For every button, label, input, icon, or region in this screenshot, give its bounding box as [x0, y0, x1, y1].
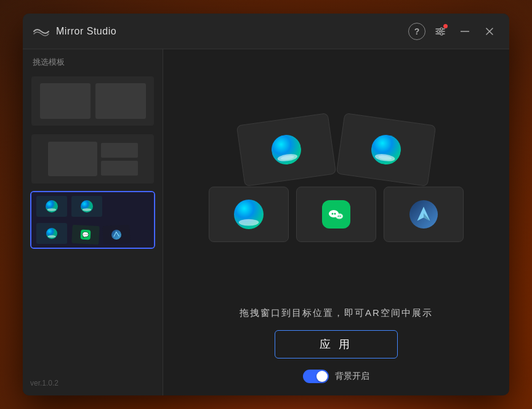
- toggle-container: 背景开启: [303, 370, 369, 383]
- toggle-label: 背景开启: [335, 371, 369, 382]
- windows-area: [175, 62, 497, 299]
- title-bar-left: Mirror Studio: [33, 23, 408, 40]
- svg-point-10: [47, 208, 57, 211]
- thumb-panel: [40, 83, 91, 119]
- mini-win-2: [71, 196, 102, 217]
- close-button[interactable]: [480, 22, 499, 41]
- template-item-1[interactable]: [30, 75, 155, 127]
- template-thumb-1: [31, 76, 154, 126]
- window-row-1: [240, 119, 432, 180]
- help-button[interactable]: ?: [408, 23, 425, 40]
- thumb-right-stack: [101, 143, 138, 176]
- svg-point-12: [83, 208, 92, 211]
- svg-point-23: [239, 219, 259, 225]
- thumb-panel: [95, 83, 146, 119]
- version-label: ver.1.0.2: [30, 379, 58, 387]
- window-card-4[interactable]: [296, 187, 376, 242]
- thumb-mini-top: [101, 143, 138, 158]
- template-thumb-3: 💬: [31, 192, 154, 248]
- title-bar: Mirror Studio ?: [23, 14, 509, 49]
- apply-button[interactable]: 应 用: [275, 330, 398, 358]
- sidebar: 挑选模板: [23, 49, 163, 395]
- template-item-2[interactable]: [30, 133, 155, 185]
- mini-win-1: [36, 196, 67, 217]
- mini-win-5: [102, 225, 131, 245]
- wechat-icon: [322, 200, 350, 229]
- svg-point-4: [437, 30, 440, 33]
- svg-point-27: [336, 213, 343, 219]
- window-row-2: [209, 187, 464, 242]
- sidebar-bottom: ver.1.0.2: [30, 371, 155, 388]
- svg-point-15: [111, 230, 122, 240]
- svg-point-29: [340, 216, 341, 217]
- description-text: 拖拽窗口到目标位置，即可AR空间中展示: [240, 307, 433, 319]
- template-item-3[interactable]: 💬: [30, 191, 155, 249]
- svg-point-5: [440, 33, 443, 35]
- mini-win-4: 💬: [71, 225, 100, 245]
- minimize-button[interactable]: [455, 22, 475, 41]
- settings-button[interactable]: [430, 22, 450, 41]
- thumb-mini-bottom: [101, 161, 138, 176]
- window-card-5[interactable]: [384, 187, 464, 242]
- mini-win-3: [36, 223, 67, 244]
- toggle-thumb: [316, 371, 328, 382]
- thumb-panel-wide: [48, 142, 97, 176]
- right-panel: 拖拽窗口到目标位置，即可AR空间中展示 应 用 背景开启: [163, 49, 509, 395]
- main-content: 挑选模板: [23, 49, 509, 395]
- logo-icon: [33, 23, 50, 40]
- svg-point-14: [47, 235, 55, 238]
- window-card-2[interactable]: [336, 113, 436, 187]
- background-toggle[interactable]: [303, 370, 329, 383]
- svg-point-3: [440, 28, 443, 30]
- red-dot: [443, 24, 448, 28]
- window-card-1[interactable]: [236, 113, 336, 187]
- template-thumb-2: [31, 134, 154, 184]
- window-card-3[interactable]: [209, 187, 289, 242]
- app-window: Mirror Studio ?: [23, 14, 509, 395]
- svg-point-26: [334, 213, 336, 214]
- svg-point-25: [332, 213, 334, 214]
- sidebar-label: 挑选模板: [30, 57, 155, 68]
- svg-point-28: [338, 216, 339, 217]
- app-title: Mirror Studio: [56, 26, 116, 37]
- title-bar-controls: ?: [408, 22, 499, 41]
